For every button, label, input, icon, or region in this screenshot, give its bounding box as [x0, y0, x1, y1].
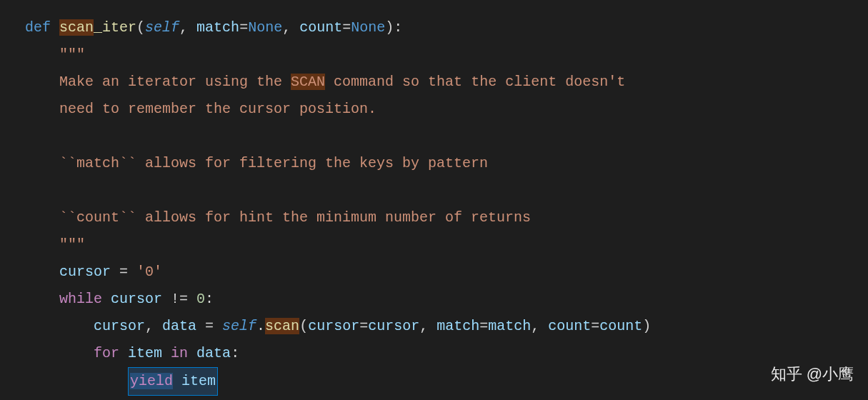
- code-line-for[interactable]: for item in data:: [25, 340, 843, 367]
- method-scan-highlight: scan: [265, 318, 299, 334]
- watermark: 知乎 @小鹰: [771, 359, 854, 389]
- search-highlight-scan: SCAN: [291, 74, 325, 90]
- var-data: data: [162, 318, 196, 334]
- keyword-while: while: [59, 291, 102, 307]
- var-item: item: [128, 345, 162, 361]
- code-line-doc1[interactable]: Make an iterator using the SCAN command …: [25, 69, 843, 96]
- keyword-def: def: [25, 19, 51, 36]
- code-line-yield[interactable]: yield item: [25, 367, 843, 396]
- code-line-while[interactable]: while cursor != 0:: [25, 286, 843, 313]
- docstring-quote-close: """: [59, 236, 85, 253]
- param-self: self: [145, 19, 179, 36]
- builtin-none: None: [351, 19, 385, 36]
- number-zero: 0: [196, 291, 205, 307]
- search-highlight: scan: [59, 19, 94, 36]
- keyword-yield: yield: [130, 373, 173, 389]
- keyword-for: for: [94, 345, 119, 361]
- code-line-docstring-open[interactable]: """: [25, 41, 843, 69]
- code-line-doc4[interactable]: ``count`` allows for hint the minimum nu…: [25, 204, 843, 231]
- string-zero: '0': [136, 264, 162, 280]
- var-cursor: cursor: [59, 264, 111, 280]
- code-line-scan-call[interactable]: cursor, data = self.scan(cursor=cursor, …: [25, 313, 843, 340]
- docstring-quote: """: [59, 46, 85, 63]
- code-line-cursor-assign[interactable]: cursor = '0': [25, 259, 843, 286]
- param-match: match: [196, 19, 239, 36]
- param-count: count: [299, 19, 342, 36]
- keyword-in: in: [171, 345, 188, 361]
- code-line-blank2[interactable]: [25, 177, 843, 204]
- code-line-docstring-close[interactable]: """: [25, 231, 843, 259]
- function-name: scan_iter: [59, 19, 136, 36]
- code-line-blank1[interactable]: [25, 123, 843, 150]
- code-line-doc2[interactable]: need to remember the cursor position.: [25, 96, 843, 123]
- code-line-doc3[interactable]: ``match`` allows for filtering the keys …: [25, 150, 843, 177]
- selection-box: yield item: [128, 367, 218, 396]
- code-line-def[interactable]: def scan_iter(self, match=None, count=No…: [25, 14, 843, 41]
- builtin-none: None: [248, 19, 282, 36]
